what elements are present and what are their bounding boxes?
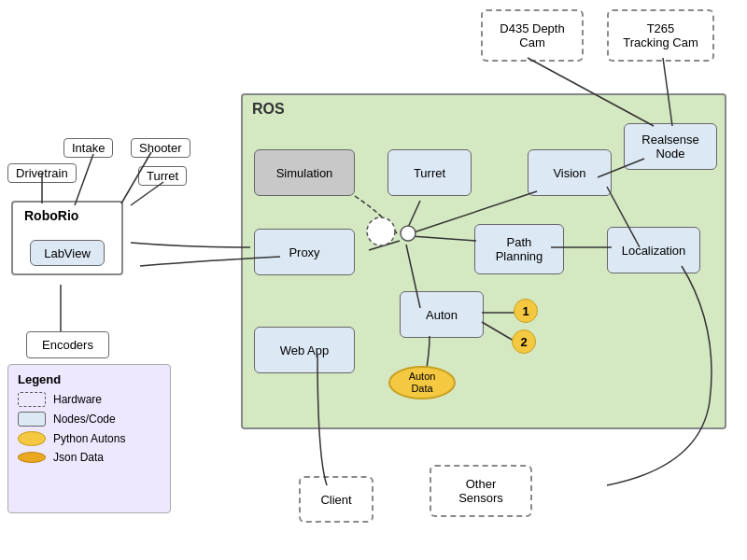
encoders-label: Encoders — [42, 338, 93, 352]
labview-label: LabView — [44, 246, 91, 260]
legend-python-item: Python Autons — [18, 431, 161, 446]
num-1-label: 1 — [522, 304, 529, 318]
simulation-label: Simulation — [276, 166, 333, 180]
num-2-label: 2 — [520, 335, 527, 349]
ros-label: ROS — [252, 101, 285, 118]
legend-json-icon — [18, 452, 46, 463]
realsense-label: Realsense Node — [641, 133, 698, 161]
drivetrain-label: Drivetrain — [16, 166, 68, 180]
encoders-box: Encoders — [26, 331, 109, 358]
client-label: Client — [320, 493, 351, 507]
legend-nodes-label: Nodes/Code — [53, 413, 116, 426]
roborio-label: RoboRio — [24, 208, 78, 223]
auton-data-ellipse: Auton Data — [388, 366, 456, 399]
localization-node: Localization — [607, 227, 700, 273]
turret-node: Turret — [388, 149, 472, 196]
web-app-label: Web App — [280, 343, 330, 357]
vision-node: Vision — [528, 149, 612, 196]
proxy-node: Proxy — [254, 229, 355, 275]
turret-left-label: Turret — [147, 169, 178, 183]
path-planning-node: Path Planning — [474, 224, 564, 274]
other-sensors-box: Other Sensors — [430, 465, 532, 517]
drivetrain-box: Drivetrain — [7, 163, 77, 183]
roborio-box: RoboRio LabView — [11, 201, 123, 275]
other-sensors-label: Other Sensors — [458, 477, 503, 505]
legend-hardware-label: Hardware — [53, 393, 102, 406]
web-app-node: Web App — [254, 327, 355, 373]
simulation-node: Simulation — [254, 149, 355, 196]
t265-cam-box: T265 Tracking Cam — [607, 9, 714, 62]
t265-label: T265 Tracking Cam — [623, 21, 698, 49]
legend-title: Legend — [18, 372, 161, 386]
d435-cam-box: D435 Depth Cam — [481, 9, 584, 62]
path-planning-label: Path Planning — [496, 235, 543, 263]
legend-hw-icon — [18, 392, 46, 407]
legend-nodes-item: Nodes/Code — [18, 412, 161, 427]
number-circle-2: 2 — [512, 329, 536, 354]
d435-label: D435 Depth Cam — [500, 21, 564, 49]
svg-line-13 — [75, 154, 93, 205]
auton-label: Auton — [426, 308, 458, 322]
legend-python-icon — [18, 431, 46, 446]
auton-node: Auton — [400, 291, 484, 338]
client-box: Client — [299, 476, 374, 523]
vision-label: Vision — [553, 166, 585, 180]
localization-label: Localization — [622, 244, 686, 258]
turret-left-box: Turret — [138, 166, 187, 186]
intake-label: Intake — [72, 141, 105, 155]
legend-json-label: Json Data — [53, 451, 104, 464]
intake-box: Intake — [63, 138, 113, 158]
number-circle-1: 1 — [514, 299, 538, 323]
realsense-node: Realsense Node — [624, 123, 717, 170]
legend-python-label: Python Autons — [53, 432, 125, 445]
diagram-container: ROS D435 Depth Cam T265 Tracking Cam Rea… — [0, 0, 747, 560]
shooter-label: Shooter — [139, 141, 182, 155]
shooter-box: Shooter — [131, 138, 190, 158]
legend-node-icon — [18, 412, 46, 427]
labview-box: LabView — [30, 240, 105, 266]
legend-hardware-item: Hardware — [18, 392, 161, 407]
turret-label: Turret — [414, 166, 445, 180]
legend-json-item: Json Data — [18, 451, 161, 464]
auton-data-label: Auton Data — [409, 371, 436, 395]
legend-box: Legend Hardware Nodes/Code Python Autons… — [7, 364, 171, 513]
proxy-label: Proxy — [289, 245, 319, 259]
